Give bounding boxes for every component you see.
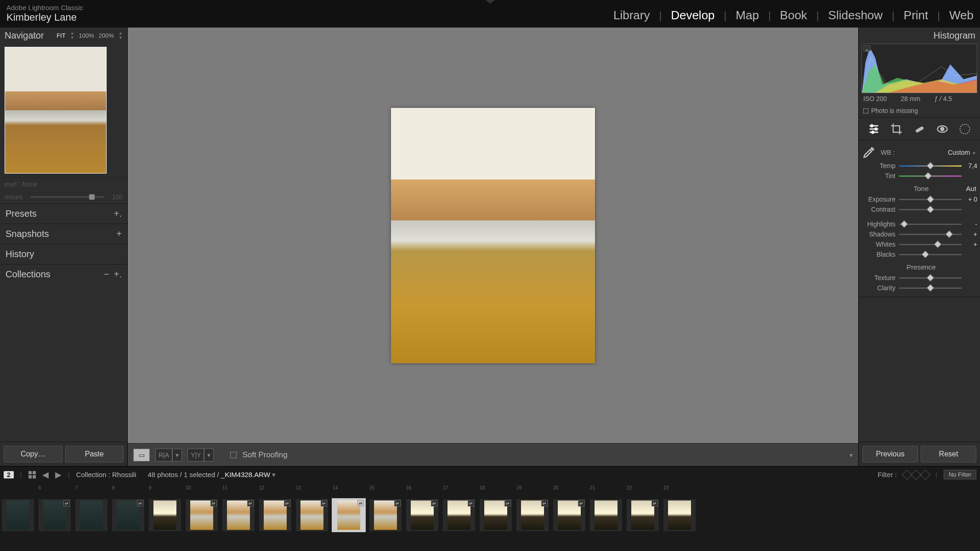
highlights-slider[interactable] [899,222,962,226]
collections-section[interactable]: Collections −+. [0,264,127,284]
histogram-title[interactable]: Histogram [859,28,980,44]
panel-notch-icon[interactable] [486,0,495,4]
filename-menu-icon[interactable]: ▾ [272,471,276,478]
blacks-slider[interactable] [899,253,962,256]
filmstrip-thumb[interactable]: 17⇄ [443,485,475,531]
module-slideshow[interactable]: Slideshow [828,8,883,22]
thumb-index: 10 [186,485,218,490]
basic-panel: WB : Custom ▼ Temp7,4 Tint Tone Aut Expo… [859,141,980,297]
filmstrip-thumb[interactable]: 12⇄ [259,485,291,531]
clarity-slider[interactable] [899,286,962,290]
collection-path[interactable]: Collection : Rhossili [76,471,136,478]
chevron-updown-icon[interactable]: ▲▼ [119,31,123,40]
zoom-100[interactable]: 100% [79,32,94,39]
filmstrip-thumb[interactable]: 9 [149,485,181,531]
loupe-view-button[interactable]: ▭ [133,449,150,461]
module-web[interactable]: Web [949,8,974,22]
blacks-slider-row: Blacks [862,249,980,259]
thumb-image [448,500,470,530]
snapshots-section[interactable]: Snapshots + [0,224,127,244]
navigator-preview[interactable] [5,47,107,174]
before-after-yy-button[interactable]: Y|Y [187,449,204,461]
plus-icon[interactable]: + [116,229,122,239]
filmstrip-thumb[interactable]: 14⇄ [333,485,365,531]
masking-icon[interactable] [958,123,971,135]
filmstrip-thumb[interactable]: 18⇄ [480,485,512,531]
wb-dropdown[interactable]: Custom ▼ [948,149,976,156]
filmstrip-thumb[interactable]: 7 [75,485,108,531]
contrast-slider[interactable] [899,208,962,211]
grid-icon[interactable] [28,471,36,478]
healing-icon[interactable] [913,123,926,135]
module-print[interactable]: Print [904,8,928,22]
nav-back-icon[interactable]: ◀ [42,470,49,480]
second-window-badge[interactable]: 2 [4,471,14,478]
shadow-clipping-icon[interactable] [863,45,871,51]
filmstrip-thumb[interactable]: 19⇄ [516,485,549,531]
edit-sliders-icon[interactable] [867,123,880,135]
navigator-header[interactable]: Navigator FIT ▲▼ 100% 200% ▲▼ [0,28,127,43]
nav-forward-icon[interactable]: ▶ [55,470,62,480]
module-library[interactable]: Library [613,8,650,22]
thumb-index: 6 [39,485,71,490]
before-after-ra-button[interactable]: R|A [155,449,172,461]
copy-button[interactable]: Copy… [4,446,62,462]
filmstrip-thumb[interactable]: 13⇄ [296,485,328,531]
zoom-200[interactable]: 200% [99,32,114,39]
wb-dropper-icon[interactable] [862,146,875,159]
svg-point-5 [940,127,944,130]
filmstrip-thumb[interactable]: 20⇄ [553,485,585,531]
soft-proofing-checkbox[interactable] [230,452,237,458]
navigator-title: Navigator [5,30,44,41]
filmstrip-thumb[interactable]: 23 [663,485,696,531]
histogram[interactable] [861,44,977,93]
module-book[interactable]: Book [780,8,807,22]
before-after-menu[interactable]: ▾ [172,449,182,461]
tone-section-label: Tone Aut [862,181,980,194]
filmstrip-thumb[interactable]: 15⇄ [369,485,402,531]
toolbar-menu-icon[interactable]: ▾ [850,451,853,459]
filmstrip-thumb[interactable]: 10⇄ [186,485,218,531]
thumb-badge-icon: ⇄ [431,500,437,506]
module-develop[interactable]: Develop [671,8,714,22]
thumb-image [6,500,29,530]
filter-flags[interactable] [903,471,929,478]
texture-label: Texture [862,274,895,281]
amount-slider[interactable] [30,196,104,198]
filter-preset-dropdown[interactable]: No Filter [944,470,976,479]
exposure-slider[interactable] [899,197,962,201]
filmstrip-thumb[interactable] [2,485,34,531]
minus-icon[interactable]: − [104,269,109,280]
whites-value: + [965,241,977,248]
presets-section[interactable]: Presets +. [0,203,127,224]
zoom-fit[interactable]: FIT [57,32,66,39]
paste-button[interactable]: Paste [65,446,124,462]
chevron-updown-icon[interactable]: ▲▼ [70,31,74,40]
reset-button[interactable]: Reset [921,446,976,462]
texture-slider[interactable] [899,276,962,280]
shadows-slider[interactable] [899,232,962,236]
plus-icon[interactable]: +. [114,208,122,219]
crop-icon[interactable] [890,123,903,135]
filmstrip-thumb[interactable]: 6⇄ [39,485,71,531]
temp-slider[interactable] [899,164,962,168]
filmstrip-thumb[interactable]: 22⇄ [627,485,659,531]
filmstrip-thumb[interactable]: 11⇄ [222,485,255,531]
redeye-icon[interactable] [936,123,949,135]
before-after-yy-menu[interactable]: ▾ [204,449,214,461]
auto-tone-button[interactable]: Aut [966,185,976,192]
exposure-value: + 0 [965,196,977,203]
whites-slider[interactable] [899,242,962,246]
filmstrip-thumb[interactable]: 21 [590,485,622,531]
module-map[interactable]: Map [736,8,759,22]
main-photo[interactable] [391,108,595,363]
filmstrip-thumb[interactable]: 8⇄ [112,485,144,531]
flag-reject-icon[interactable] [920,469,931,480]
history-section[interactable]: History [0,244,127,264]
previous-button[interactable]: Previous [862,446,918,462]
tint-slider-row: Tint [862,171,980,181]
filmstrip[interactable]: 6⇄78⇄910⇄11⇄12⇄13⇄14⇄15⇄16⇄17⇄18⇄19⇄20⇄2… [0,483,980,534]
tint-slider[interactable] [899,174,962,178]
filmstrip-thumb[interactable]: 16⇄ [406,485,438,531]
plus-icon[interactable]: +. [114,269,122,280]
